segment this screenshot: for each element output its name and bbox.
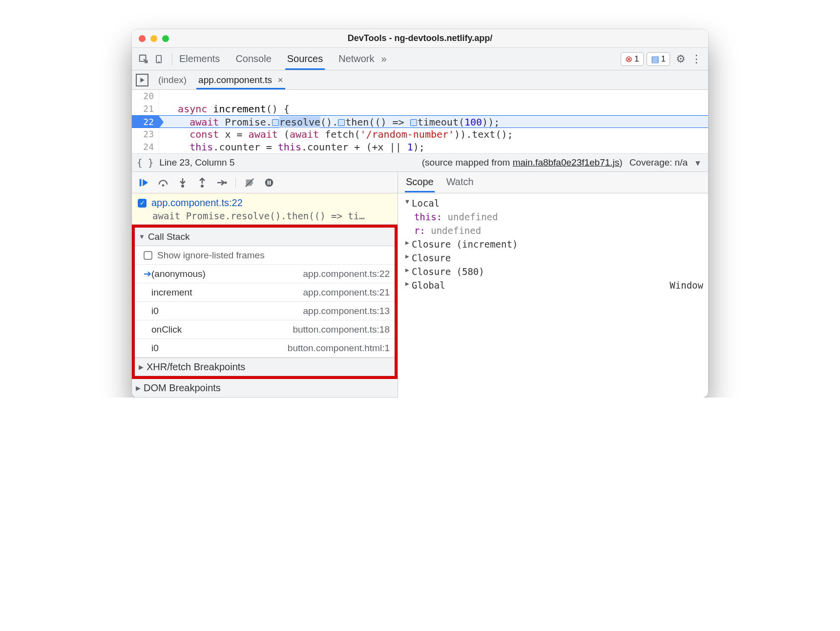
frame-name: onClick	[151, 324, 182, 335]
navigator-toggle-icon[interactable]	[136, 74, 148, 86]
tab-network-label: Network	[338, 53, 374, 64]
scope-local[interactable]: ▼Local	[403, 196, 703, 210]
dom-breakpoints-header[interactable]: ▶ DOM Breakpoints	[132, 379, 398, 398]
line-number[interactable]: 24	[132, 141, 159, 153]
svg-rect-4	[140, 179, 142, 186]
coverage-status: Coverage: n/a	[630, 157, 688, 168]
disclosure-triangle-icon: ▶	[403, 239, 412, 250]
tab-elements[interactable]: Elements	[177, 48, 222, 70]
callstack-frame[interactable]: i0 button.component.html:1	[135, 339, 395, 358]
line-number[interactable]: 21	[132, 103, 159, 115]
issues-badge[interactable]: ▤ 1	[647, 52, 670, 66]
scope-watch-tabs: Scope Watch	[398, 172, 708, 193]
scope-closure-increment[interactable]: ▶Closure (increment)	[403, 237, 703, 251]
code-text: this.counter = this.counter + (+x || 1);	[159, 141, 425, 153]
debugger-right-pane: Scope Watch ▼Local this: undefined r: un…	[398, 172, 708, 398]
panel-tabs: Elements Console Sources Network	[177, 48, 377, 70]
window-title: DevTools - ng-devtools.netlify.app/	[348, 33, 492, 43]
show-ignored-toggle[interactable]: Show ignore-listed frames	[135, 246, 395, 265]
tab-watch[interactable]: Watch	[445, 172, 475, 192]
main-toolbar: Elements Console Sources Network » ⊗ 1 ▤…	[132, 48, 708, 70]
errors-badge[interactable]: ⊗ 1	[621, 52, 643, 66]
code-text: async increment() {	[159, 103, 290, 115]
callstack-frame[interactable]: increment app.component.ts:21	[135, 283, 395, 302]
settings-icon[interactable]: ⚙	[673, 51, 689, 67]
debugger-left-pane: ✓ app.component.ts:22 await Promise.reso…	[132, 172, 398, 398]
callstack-frame[interactable]: i0 app.component.ts:13	[135, 302, 395, 320]
paused-code-snippet: await Promise.resolve().then(() => ti…	[152, 210, 393, 221]
callstack-frame[interactable]: onClick button.component.ts:18	[135, 320, 395, 339]
code-line: 24 this.counter = this.counter + (+x || …	[132, 141, 708, 153]
frame-name: i0	[151, 343, 159, 354]
format-icon[interactable]: { }	[137, 157, 153, 168]
kebab-menu-icon[interactable]: ⋮	[689, 51, 704, 67]
debugger-toolbar	[132, 172, 398, 193]
frame-file: app.component.ts:22	[303, 269, 390, 279]
deactivate-breakpoints-icon[interactable]	[244, 177, 255, 189]
debugger-panes: ✓ app.component.ts:22 await Promise.reso…	[132, 172, 708, 398]
titlebar: DevTools - ng-devtools.netlify.app/	[132, 29, 708, 48]
cursor-position: Line 23, Column 5	[159, 157, 234, 168]
scope-var-this[interactable]: this: undefined	[403, 210, 703, 224]
frame-name: increment	[151, 287, 192, 298]
tab-scope[interactable]: Scope	[405, 172, 435, 192]
close-tab-icon[interactable]: ×	[277, 75, 283, 85]
minimize-window-button[interactable]	[150, 35, 157, 42]
tab-network[interactable]: Network	[336, 48, 376, 70]
step-over-icon[interactable]	[157, 177, 169, 189]
source-map-link[interactable]: main.fa8bfa0e23f1eb71.js	[513, 157, 620, 168]
frame-name: i0	[151, 306, 159, 316]
disclosure-triangle-icon: ▶	[139, 363, 144, 371]
resume-icon[interactable]	[138, 177, 149, 189]
line-number[interactable]: 20	[132, 90, 159, 103]
step-marker-icon	[272, 119, 279, 126]
inspect-element-icon[interactable]	[136, 51, 151, 67]
svg-point-7	[181, 185, 184, 188]
svg-marker-5	[143, 179, 148, 186]
callstack-frame[interactable]: ➔ (anonymous) app.component.ts:22	[135, 265, 395, 283]
current-frame-icon: ➔	[144, 268, 151, 279]
device-toolbar-icon[interactable]	[151, 51, 167, 67]
line-number[interactable]: 23	[132, 128, 159, 141]
step-icon[interactable]	[216, 177, 228, 189]
tab-console[interactable]: Console	[233, 48, 273, 70]
paused-location-link[interactable]: app.component.ts:22	[151, 197, 243, 209]
coverage-chevron-icon[interactable]: ▾	[693, 157, 703, 168]
editor-statusbar: { } Line 23, Column 5 (source mapped fro…	[132, 153, 708, 172]
checkbox-empty-icon	[144, 251, 152, 260]
tab-console-label: Console	[235, 53, 271, 64]
svg-point-6	[162, 184, 165, 187]
scope-closure-580[interactable]: ▶Closure (580)	[403, 265, 703, 278]
step-into-icon[interactable]	[177, 177, 189, 189]
disclosure-triangle-icon: ▼	[139, 233, 145, 240]
disclosure-triangle-icon: ▶	[403, 252, 412, 263]
pause-exceptions-icon[interactable]	[263, 177, 275, 189]
tab-elements-label: Elements	[179, 53, 220, 64]
show-ignored-label: Show ignore-listed frames	[157, 250, 265, 261]
line-number-breakpoint[interactable]: 22	[132, 116, 159, 127]
close-window-button[interactable]	[139, 35, 146, 42]
file-tab-app-component[interactable]: app.component.ts ×	[196, 71, 285, 89]
issue-icon: ▤	[651, 54, 659, 64]
breakpoint-checkbox[interactable]: ✓	[138, 199, 147, 208]
svg-marker-3	[140, 78, 144, 83]
scope-global[interactable]: ▶GlobalWindow	[403, 278, 703, 292]
divider	[235, 178, 236, 188]
tab-sources[interactable]: Sources	[285, 48, 325, 70]
scope-var-r[interactable]: r: undefined	[403, 224, 703, 237]
step-out-icon[interactable]	[196, 177, 208, 189]
zoom-window-button[interactable]	[162, 35, 169, 42]
code-editor[interactable]: 20 21 async increment() { 22 await Promi…	[132, 90, 708, 153]
more-tabs-button[interactable]: »	[377, 48, 392, 69]
callstack-header[interactable]: ▼ Call Stack	[135, 228, 395, 246]
code-line: 20	[132, 90, 708, 103]
svg-rect-13	[270, 180, 271, 184]
xhr-breakpoints-header[interactable]: ▶ XHR/fetch Breakpoints	[135, 358, 395, 376]
frame-file: app.component.ts:21	[303, 287, 390, 298]
scope-closure[interactable]: ▶Closure	[403, 251, 703, 265]
file-tab-index[interactable]: (index)	[156, 71, 189, 89]
file-tabs-bar: (index) app.component.ts ×	[132, 70, 708, 90]
divider	[172, 53, 172, 65]
paused-banner: ✓ app.component.ts:22 await Promise.reso…	[132, 193, 398, 225]
code-line: 23 const x = await (await fetch('/random…	[132, 128, 708, 141]
